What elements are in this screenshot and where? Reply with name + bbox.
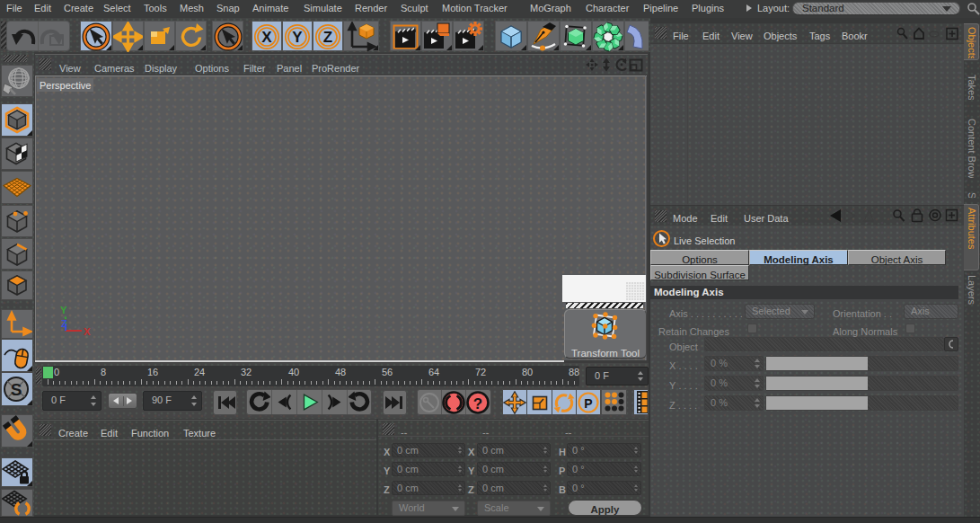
svg-text:S: S	[11, 380, 22, 399]
svg-text:Y: Y	[60, 305, 67, 315]
svg-text:Y: Y	[292, 29, 303, 46]
svg-text:Z: Z	[61, 318, 67, 329]
svg-text:Z: Z	[323, 29, 332, 46]
svg-text:?: ?	[473, 395, 482, 412]
svg-text:P: P	[584, 396, 592, 411]
svg-text:X: X	[84, 326, 91, 337]
svg-text:X: X	[261, 29, 272, 46]
